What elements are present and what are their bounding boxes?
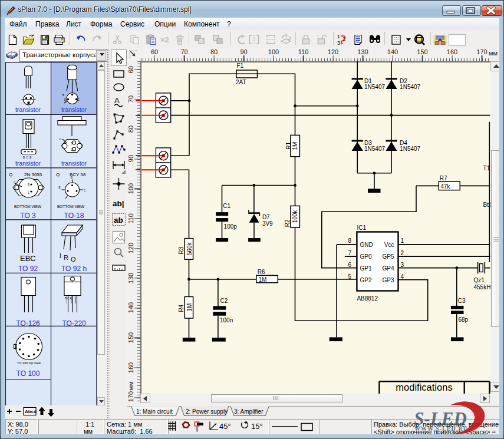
svg-text:R6: R6 [258, 269, 265, 275]
svg-text:1N5407: 1N5407 [364, 84, 385, 90]
svg-text:3: Amplifier: 3: Amplifier [234, 408, 263, 415]
svg-text:AB8812: AB8812 [357, 295, 378, 302]
svg-text:TO 100 top view: TO 100 top view [17, 361, 41, 365]
svg-text:3V9: 3V9 [262, 220, 273, 227]
svg-text:WWW.S-LED.RU: WWW.S-LED.RU [414, 425, 468, 432]
svg-text:E: E [28, 192, 29, 194]
svg-text:GP4: GP4 [382, 265, 394, 272]
svg-text:Q: Q [56, 172, 60, 177]
svg-text:1M: 1M [259, 276, 267, 283]
svg-text:ab|: ab| [113, 199, 124, 208]
svg-text:E: E [64, 98, 66, 101]
svg-text:15°: 15° [251, 422, 263, 431]
svg-text:1N5407: 1N5407 [400, 146, 420, 152]
svg-text:6: 6 [348, 262, 351, 268]
svg-text:5: 5 [348, 273, 351, 280]
svg-text:modifications: modifications [396, 382, 452, 392]
svg-text:2: 2 [401, 250, 404, 256]
svg-text:3: 3 [401, 262, 404, 268]
svg-text:7: 7 [348, 250, 351, 256]
svg-text:100p: 100p [224, 223, 238, 230]
svg-text:2N 3055: 2N 3055 [24, 172, 42, 177]
svg-text:C3: C3 [458, 298, 466, 304]
svg-text:GP2: GP2 [360, 277, 372, 283]
svg-text:O: O [71, 256, 76, 263]
svg-text:F1: F1 [237, 62, 244, 69]
svg-text:R4: R4 [178, 304, 185, 312]
svg-text:Abcd: Abcd [25, 409, 37, 414]
svg-text:45°: 45° [219, 422, 231, 431]
svg-text:2AT: 2AT [236, 79, 246, 85]
svg-text:R7: R7 [440, 175, 447, 181]
svg-text:3: 3 [337, 40, 340, 46]
svg-text:E: E [59, 186, 61, 189]
svg-text:100n: 100n [220, 317, 233, 324]
svg-text:Bt1: Bt1 [483, 202, 490, 208]
svg-text:D7: D7 [262, 214, 270, 220]
svg-text:1N5407: 1N5407 [400, 84, 420, 90]
svg-text:8: 8 [348, 237, 351, 244]
svg-text:100k: 100k [292, 210, 298, 223]
svg-text:R2: R2 [284, 219, 291, 227]
svg-text:T1: T1 [483, 165, 490, 171]
svg-text:BOTTOM VIEW: BOTTOM VIEW [57, 204, 85, 209]
svg-text:C2: C2 [220, 298, 228, 304]
svg-text:B C E: B C E [23, 156, 31, 159]
svg-text:BOTTOM VIEW: BOTTOM VIEW [14, 204, 42, 209]
svg-text:IC1: IC1 [357, 225, 366, 231]
svg-text:GP1: GP1 [360, 265, 372, 272]
svg-text:C: C [60, 138, 62, 141]
svg-text:C: C [78, 98, 80, 101]
svg-text:GP5: GP5 [382, 253, 394, 260]
svg-text:B: B [62, 94, 64, 97]
svg-text:B: B [28, 183, 29, 186]
svg-text:560k: 560k [186, 242, 193, 256]
svg-text:Vcc: Vcc [384, 242, 394, 248]
svg-text:I: I [60, 252, 61, 259]
svg-text:C: C [84, 189, 86, 192]
svg-text:GP3: GP3 [382, 277, 394, 283]
svg-text:455kHz: 455kHz [474, 284, 491, 291]
svg-text:R: R [64, 254, 68, 261]
svg-text:47k: 47k [440, 183, 450, 190]
svg-text:B: B [71, 142, 73, 145]
svg-text:1: 1 [401, 237, 404, 244]
svg-text:1: 1 [337, 34, 340, 39]
svg-text:E: E [71, 148, 73, 151]
svg-text:GP0: GP0 [360, 253, 372, 260]
svg-text:B: B [71, 176, 73, 179]
svg-text:B C E: B C E [65, 297, 72, 300]
svg-text:2: Power supply: 2: Power supply [186, 408, 228, 415]
svg-text:Q: Q [9, 172, 12, 177]
svg-text:A: A [114, 96, 120, 105]
svg-text:1M: 1M [292, 142, 298, 150]
svg-text:ab: ab [114, 216, 123, 225]
svg-text:R1: R1 [285, 142, 292, 150]
svg-text:1N5407: 1N5407 [364, 146, 385, 152]
svg-text:Qz1: Qz1 [474, 277, 485, 283]
svg-text:GND: GND [360, 242, 373, 248]
svg-text:EBC: EBC [20, 254, 36, 263]
svg-text:×2: ×2 [160, 35, 169, 44]
svg-text:68p: 68p [459, 316, 469, 323]
svg-text:R3: R3 [178, 246, 185, 254]
svg-text:C1: C1 [223, 203, 230, 209]
svg-text:1: Main circuit: 1: Main circuit [136, 408, 173, 415]
svg-text:4: 4 [401, 273, 404, 280]
svg-text:1M: 1M [186, 303, 193, 312]
